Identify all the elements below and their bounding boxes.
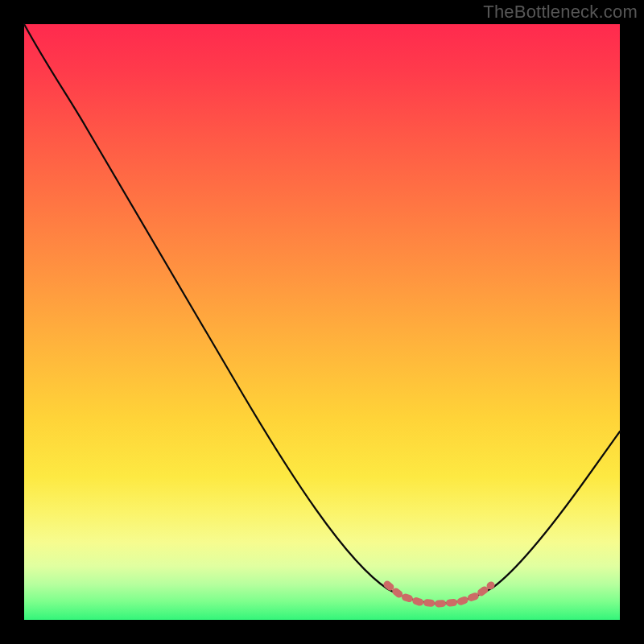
bottleneck-curve — [24, 24, 620, 604]
chart-svg — [24, 24, 620, 620]
watermark-text: TheBottleneck.com — [483, 2, 638, 23]
chart-container: TheBottleneck.com — [0, 0, 644, 644]
valley-window-marker — [387, 584, 491, 604]
